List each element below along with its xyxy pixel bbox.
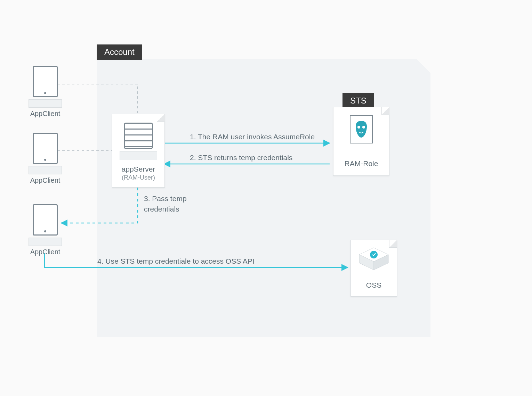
app-server-sub: (RAM-User) <box>112 174 164 181</box>
tablet-icon <box>33 66 58 97</box>
oss-cube-icon <box>357 246 390 270</box>
oss-title: OSS <box>351 281 397 289</box>
fold-corner-icon <box>381 107 389 115</box>
flow-3-label-line1: 3. Pass temp <box>144 195 187 203</box>
oss-box: OSS <box>350 240 397 297</box>
app-client-2: AppClient <box>28 133 63 184</box>
client-plate <box>29 166 62 174</box>
flow-1-label: 1. The RAM user invokes AssumeRole <box>190 133 315 141</box>
app-server-box: appServer (RAM-User) <box>112 114 165 188</box>
server-icon <box>124 123 153 149</box>
app-server-title: appServer <box>112 165 164 173</box>
client-label: AppClient <box>28 248 63 256</box>
tablet-icon <box>33 204 58 236</box>
sts-tag: STS <box>342 93 374 108</box>
ram-role-title: RAM-Role <box>333 159 389 168</box>
svg-point-3 <box>362 126 365 129</box>
diagram-lines-layer <box>0 0 532 396</box>
client-label: AppClient <box>28 110 63 118</box>
server-plate <box>120 151 157 160</box>
client-label: AppClient <box>28 176 63 184</box>
account-tag: Account <box>97 44 142 60</box>
svg-point-7 <box>370 251 378 258</box>
tablet-icon <box>33 133 58 164</box>
ram-role-box: RAM-Role <box>333 107 389 176</box>
flow-3-label-line2: credentials <box>144 205 179 213</box>
svg-point-2 <box>357 126 360 129</box>
mask-icon <box>350 115 373 143</box>
flow-2-label: 2. STS returns temp credentials <box>190 154 292 162</box>
app-client-3: AppClient <box>28 204 63 256</box>
flow-4-label: 4. Use STS temp credentiale to access OS… <box>97 257 255 265</box>
client-plate <box>29 238 62 246</box>
client-plate <box>29 99 62 108</box>
diagram-stage: Account STS AppClient AppClient AppClien… <box>0 0 532 396</box>
fold-corner-icon <box>157 114 165 122</box>
app-client-1: AppClient <box>28 66 63 118</box>
